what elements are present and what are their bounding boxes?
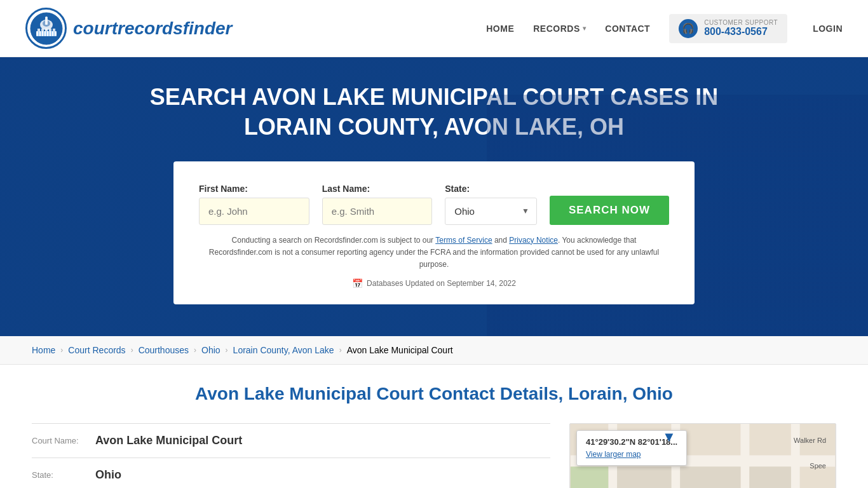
separator-3: › [194,346,196,355]
breadcrumb-ohio[interactable]: Ohio [201,345,220,355]
section-title: Avon Lake Municipal Court Contact Detail… [32,384,836,404]
nav-contact[interactable]: CONTACT [605,24,650,34]
breadcrumb-court-records[interactable]: Court Records [68,345,125,355]
map-container[interactable]: ▼ 41°29'30.2"N 82°01'18... View larger m… [569,423,836,488]
state-group: State: Ohio Alabama Alaska California Fl… [445,184,537,225]
support-label: CUSTOMER SUPPORT [704,19,778,26]
first-name-input[interactable] [199,198,309,225]
state-info-label: State: [32,470,89,480]
search-now-button[interactable]: SEARCH NOW [550,196,669,225]
svg-rect-27 [617,467,671,488]
content-columns: Court Name: Avon Lake Municipal Court St… [32,423,836,488]
map-pin: ▼ [662,429,676,445]
separator-4: › [226,346,228,355]
svg-rect-10 [45,18,48,25]
svg-rect-12 [38,31,39,36]
court-name-value: Avon Lake Municipal Court [95,434,242,447]
search-box: First Name: Last Name: State: Ohio Alaba… [173,161,695,305]
calendar-icon: 📅 [352,278,363,288]
state-select[interactable]: Ohio Alabama Alaska California Florida [445,198,537,225]
header: courtrecordsfinder HOME RECORDS ▾ CONTAC… [0,0,868,57]
state-info-value: Ohio [95,468,121,482]
svg-rect-31 [749,467,790,488]
svg-point-11 [45,17,48,19]
support-box: 🎧 CUSTOMER SUPPORT 800-433-0567 [669,14,787,43]
svg-rect-28 [680,467,740,488]
svg-rect-14 [43,31,44,36]
svg-rect-17 [51,31,52,36]
left-column: Court Name: Avon Lake Municipal Court St… [32,423,550,488]
nav-home[interactable]: HOME [486,24,514,34]
breadcrumb-lorain-county[interactable]: Lorain County, Avon Lake [233,345,334,355]
view-larger-map-link[interactable]: View larger map [586,450,641,459]
privacy-link[interactable]: Privacy Notice [509,236,558,245]
svg-rect-26 [791,424,800,488]
last-name-input[interactable] [322,198,433,225]
first-name-group: First Name: [199,184,309,225]
search-fields: First Name: Last Name: State: Ohio Alaba… [199,184,669,225]
first-name-label: First Name: [199,184,309,194]
last-name-label: Last Name: [322,184,433,194]
svg-rect-15 [46,31,47,36]
chevron-down-icon: ▾ [583,25,587,32]
last-name-group: Last Name: [322,184,433,225]
svg-rect-18 [53,31,55,36]
breadcrumb: Home › Court Records › Courthouses › Ohi… [0,336,868,365]
logo-brand-text: courtrecordsfinder [73,18,233,39]
hero-title: SEARCH AVON LAKE MUNICIPAL COURT CASES I… [148,83,720,142]
breadcrumb-home[interactable]: Home [32,345,55,355]
svg-rect-25 [740,424,749,488]
headphone-icon: 🎧 [679,19,698,38]
disclaimer-text: Conducting a search on Recordsfinder.com… [199,234,669,271]
logo-area: courtrecordsfinder [25,8,486,49]
terms-link[interactable]: Terms of Service [435,236,492,245]
logo-circle[interactable] [25,8,67,49]
svg-rect-16 [48,31,50,36]
support-text: CUSTOMER SUPPORT 800-433-0567 [704,19,778,37]
breadcrumb-courthouses[interactable]: Courthouses [139,345,189,355]
state-wrapper: Ohio Alabama Alaska California Florida [445,198,537,225]
court-name-label: Court Name: [32,436,89,445]
hero-section: SEARCH AVON LAKE MUNICIPAL COURT CASES I… [0,57,868,336]
court-name-row: Court Name: Avon Lake Municipal Court [32,423,550,458]
db-updated: 📅 Databases Updated on September 14, 202… [199,278,669,288]
svg-rect-13 [41,31,42,36]
state-row: State: Ohio [32,458,550,488]
breadcrumb-current: Avon Lake Municipal Court [347,345,453,355]
svg-rect-33 [571,467,608,488]
nav-login[interactable]: LOGIN [813,24,843,34]
separator-5: › [339,346,342,355]
state-label: State: [445,184,537,194]
spee-label: Spee [810,462,826,470]
main-nav: HOME RECORDS ▾ CONTACT 🎧 CUSTOMER SUPPOR… [486,14,843,43]
separator-2: › [131,346,133,355]
walker-rd-label: Walker Rd [794,437,826,444]
main-content: Avon Lake Municipal Court Contact Detail… [0,365,868,488]
support-number[interactable]: 800-433-0567 [704,26,778,37]
right-column: ▼ 41°29'30.2"N 82°01'18... View larger m… [569,423,836,488]
nav-records[interactable]: RECORDS ▾ [533,24,586,34]
separator-1: › [60,346,63,355]
